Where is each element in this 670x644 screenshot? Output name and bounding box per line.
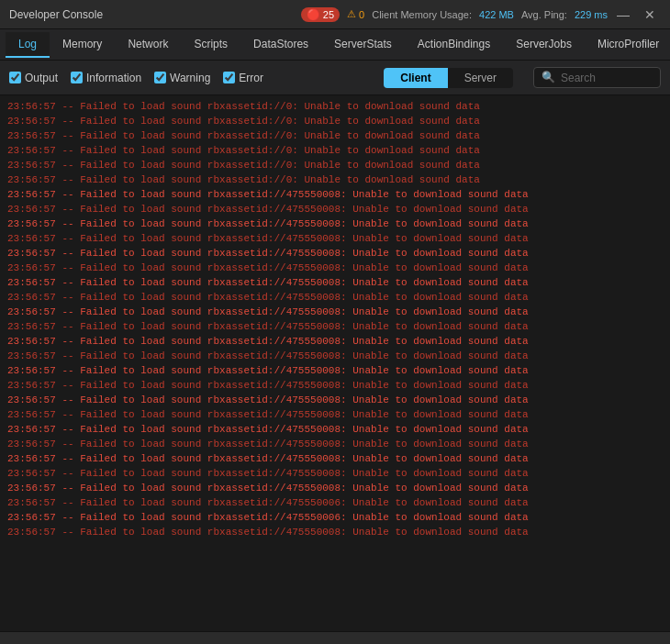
tab-network[interactable]: Network [115, 32, 181, 58]
error-filter[interactable]: Error [223, 72, 263, 84]
tab-scripts[interactable]: Scripts [181, 32, 240, 58]
information-label: Information [86, 72, 141, 84]
warning-count: 0 [359, 9, 364, 20]
log-line: 23:56:57 -- Failed to load sound rbxasse… [7, 393, 663, 407]
log-area[interactable]: 23:56:57 -- Failed to load sound rbxasse… [0, 95, 670, 631]
log-line: 23:56:57 -- Failed to load sound rbxasse… [7, 158, 663, 172]
warning-badge: ⚠ 0 [347, 8, 364, 20]
tab-actionbindings[interactable]: ActionBindings [405, 32, 503, 58]
search-icon: 🔍 [542, 71, 555, 84]
title-stats: 🔴 25 ⚠ 0 Client Memory Usage: 422 MB Avg… [301, 7, 608, 22]
log-line: 23:56:57 -- Failed to load sound rbxasse… [7, 451, 663, 466]
nav-tabs: Log Memory Network Scripts DataStores Se… [0, 29, 670, 61]
bottom-bar [0, 631, 670, 644]
log-line: 23:56:57 -- Failed to load sound rbxasse… [7, 437, 663, 451]
ping-label: Avg. Ping: [521, 9, 567, 20]
filter-bar: Output Information Warning Error Client … [0, 61, 670, 95]
ping-value: 229 ms [575, 9, 608, 20]
app-window: Developer Console 🔴 25 ⚠ 0 Client Memory… [0, 0, 670, 644]
server-button[interactable]: Server [448, 68, 513, 88]
warning-checkbox[interactable] [154, 72, 166, 83]
log-line: 23:56:57 -- Failed to load sound rbxasse… [7, 128, 663, 143]
search-box: 🔍 [533, 67, 661, 88]
error-count: 25 [323, 9, 334, 20]
log-line: 23:56:57 -- Failed to load sound rbxasse… [7, 319, 663, 334]
log-line: 23:56:57 -- Failed to load sound rbxasse… [7, 495, 663, 510]
log-line: 23:56:57 -- Failed to load sound rbxasse… [7, 99, 663, 114]
tab-serverjobs[interactable]: ServerJobs [503, 32, 585, 58]
information-checkbox[interactable] [71, 72, 83, 83]
memory-value: 422 MB [479, 9, 514, 20]
tab-datastores[interactable]: DataStores [240, 32, 321, 58]
error-icon: 🔴 [307, 8, 320, 21]
tab-serverstats[interactable]: ServerStats [321, 32, 405, 58]
tab-memory[interactable]: Memory [50, 32, 115, 58]
log-line: 23:56:57 -- Failed to load sound rbxasse… [7, 363, 663, 378]
log-line: 23:56:57 -- Failed to load sound rbxasse… [7, 466, 663, 481]
information-filter[interactable]: Information [71, 72, 141, 84]
log-line: 23:56:57 -- Failed to load sound rbxasse… [7, 334, 663, 349]
warning-filter[interactable]: Warning [154, 72, 210, 84]
memory-label: Client Memory Usage: [372, 9, 472, 20]
log-line: 23:56:57 -- Failed to load sound rbxasse… [7, 187, 663, 202]
log-line: 23:56:57 -- Failed to load sound rbxasse… [7, 510, 663, 525]
close-button[interactable]: ✕ [639, 6, 661, 24]
log-line: 23:56:57 -- Failed to load sound rbxasse… [7, 378, 663, 393]
log-line: 23:56:57 -- Failed to load sound rbxasse… [7, 305, 663, 319]
warning-icon: ⚠ [347, 8, 356, 20]
window-title: Developer Console [9, 8, 301, 21]
log-line: 23:56:57 -- Failed to load sound rbxasse… [7, 349, 663, 363]
error-checkbox[interactable] [223, 72, 235, 83]
log-line: 23:56:57 -- Failed to load sound rbxasse… [7, 114, 663, 128]
output-filter[interactable]: Output [9, 72, 58, 84]
log-line: 23:56:57 -- Failed to load sound rbxasse… [7, 217, 663, 231]
warning-label: Warning [170, 72, 210, 84]
minimize-button[interactable]: — [611, 6, 635, 24]
client-button[interactable]: Client [384, 68, 447, 88]
client-server-toggle: Client Server [384, 68, 513, 88]
log-line: 23:56:57 -- Failed to load sound rbxasse… [7, 202, 663, 217]
output-label: Output [25, 72, 58, 84]
log-line: 23:56:57 -- Failed to load sound rbxasse… [7, 261, 663, 275]
log-line: 23:56:57 -- Failed to load sound rbxasse… [7, 422, 663, 437]
tab-log[interactable]: Log [6, 32, 50, 58]
log-line: 23:56:57 -- Failed to load sound rbxasse… [7, 143, 663, 158]
search-input[interactable] [561, 72, 653, 84]
log-line: 23:56:57 -- Failed to load sound rbxasse… [7, 246, 663, 261]
log-line: 23:56:57 -- Failed to load sound rbxasse… [7, 290, 663, 305]
title-bar: Developer Console 🔴 25 ⚠ 0 Client Memory… [0, 0, 670, 29]
log-line: 23:56:57 -- Failed to load sound rbxasse… [7, 275, 663, 290]
log-line: 23:56:57 -- Failed to load sound rbxasse… [7, 481, 663, 495]
log-line: 23:56:57 -- Failed to load sound rbxasse… [7, 407, 663, 422]
tab-microprofiler[interactable]: MicroProfiler [585, 32, 670, 58]
output-checkbox[interactable] [9, 72, 21, 83]
log-line: 23:56:57 -- Failed to load sound rbxasse… [7, 172, 663, 187]
log-line: 23:56:57 -- Failed to load sound rbxasse… [7, 525, 663, 539]
error-badge: 🔴 25 [301, 7, 340, 22]
log-line: 23:56:57 -- Failed to load sound rbxasse… [7, 231, 663, 246]
error-label: Error [239, 72, 263, 84]
